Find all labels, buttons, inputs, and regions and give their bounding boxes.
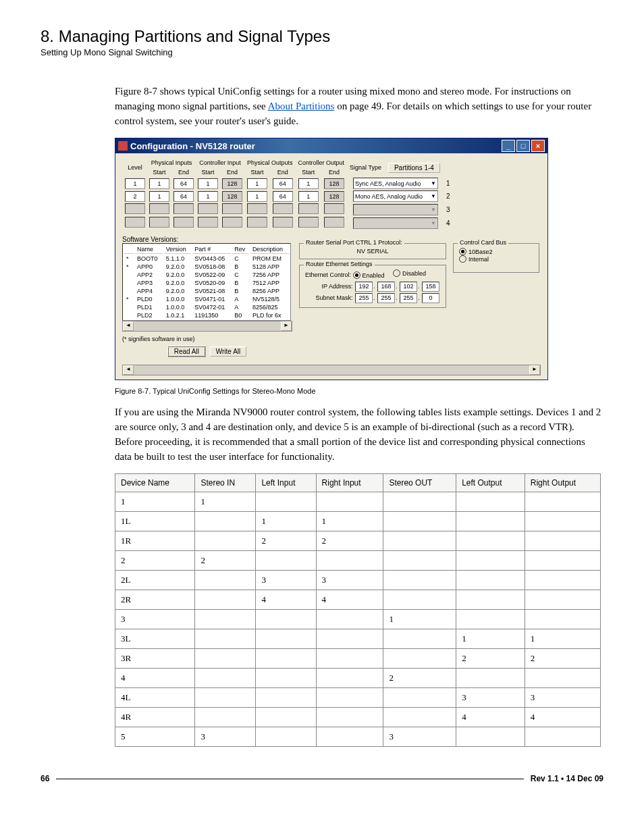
dev-cell: 1 xyxy=(195,492,256,512)
signal-type-select[interactable]: ▼ xyxy=(353,204,438,215)
signal-type-select[interactable]: Mono AES, Analog Audio▼ xyxy=(353,190,438,202)
cos-input[interactable]: 1 xyxy=(298,178,319,189)
sv-cell: 5128 APP xyxy=(250,263,289,270)
dev-cell xyxy=(316,629,383,649)
scroll-left-icon[interactable]: ◄ xyxy=(123,365,134,375)
poe-input[interactable] xyxy=(273,203,293,214)
write-all-button[interactable]: Write All xyxy=(210,346,247,357)
cis-input[interactable] xyxy=(198,217,218,228)
minimize-button[interactable]: _ xyxy=(502,140,515,152)
signal-type-select[interactable]: ▼ xyxy=(353,217,438,229)
ip-3[interactable]: 102 xyxy=(400,282,417,292)
ip-1[interactable]: 192 xyxy=(355,282,373,292)
close-button[interactable]: × xyxy=(531,140,545,152)
scroll-right-icon[interactable]: ► xyxy=(529,365,540,375)
coe-input[interactable]: 128 xyxy=(324,178,344,189)
pos-input[interactable] xyxy=(247,203,267,214)
cos-input[interactable]: 1 xyxy=(298,191,319,202)
mask-label: Subnet Mask: xyxy=(315,294,352,301)
dev-cell xyxy=(383,531,456,551)
ccb-10base2-radio[interactable]: 10Base2 xyxy=(459,248,493,255)
pie-input[interactable] xyxy=(173,217,194,228)
cie-input[interactable] xyxy=(222,203,242,214)
dev-cell: 3 xyxy=(456,688,525,708)
level-input[interactable]: 2 xyxy=(125,191,145,202)
sv-header: Name xyxy=(135,245,163,254)
sv-cell: B xyxy=(232,288,249,294)
pos-input[interactable]: 1 xyxy=(247,178,267,189)
sv-cell: SV0521-08 xyxy=(192,288,231,294)
sv-cell: APP2 xyxy=(135,271,163,278)
col-sigtype: Signal Type xyxy=(348,159,383,176)
maximize-button[interactable]: □ xyxy=(516,140,530,152)
dev-header: Right Input xyxy=(316,474,383,492)
read-all-button[interactable]: Read All xyxy=(168,346,205,357)
sv-cell xyxy=(124,280,134,286)
level-input[interactable] xyxy=(125,203,145,214)
pis-input[interactable]: 1 xyxy=(149,191,169,202)
coe-input[interactable] xyxy=(324,203,344,214)
level-input[interactable] xyxy=(125,217,145,228)
cie-input[interactable]: 128 xyxy=(222,191,242,202)
sv-cell: B xyxy=(232,263,249,270)
pis-input[interactable] xyxy=(149,217,169,228)
serial-protocol-group: Router Serial Port CTRL 1 Protocol: NV S… xyxy=(299,243,446,259)
cis-input[interactable] xyxy=(198,203,218,214)
scroll-right-icon[interactable]: ► xyxy=(281,321,292,331)
cis-input[interactable]: 1 xyxy=(198,191,218,202)
mask-4[interactable]: 0 xyxy=(422,293,439,303)
ip-2[interactable]: 168 xyxy=(377,282,395,292)
mask-1[interactable]: 255 xyxy=(355,293,373,303)
coe-input[interactable] xyxy=(324,217,344,228)
cos-input[interactable] xyxy=(298,217,319,228)
sv-cell xyxy=(124,312,134,319)
eth-enabled-radio[interactable]: Enabled xyxy=(353,271,385,279)
dev-header: Stereo IN xyxy=(195,474,256,492)
dev-cell: 1 xyxy=(525,629,600,649)
signal-type-select[interactable]: Sync AES, Analog Audio▼ xyxy=(353,178,438,189)
about-partitions-link[interactable]: About Partitions xyxy=(268,101,335,111)
cie-input[interactable]: 128 xyxy=(222,178,242,189)
pie-input[interactable] xyxy=(173,203,194,214)
sv-scrollbar[interactable]: ◄ ► xyxy=(122,321,292,332)
cis-input[interactable]: 1 xyxy=(198,178,218,189)
pis-input[interactable]: 1 xyxy=(149,178,169,189)
sv-cell: 8256 APP xyxy=(250,288,289,294)
mask-3[interactable]: 255 xyxy=(400,293,417,303)
dev-cell xyxy=(195,669,256,688)
pie-input[interactable]: 64 xyxy=(173,178,194,189)
sv-cell: BOOT0 xyxy=(135,255,163,262)
dev-cell xyxy=(195,688,256,708)
pis-input[interactable] xyxy=(149,203,169,214)
dev-cell: 2R xyxy=(115,590,195,610)
pos-input[interactable]: 1 xyxy=(247,191,267,202)
dev-cell: 1 xyxy=(256,512,316,531)
eth-disabled-radio[interactable]: Disabled xyxy=(393,269,426,277)
pie-input[interactable]: 64 xyxy=(173,191,194,202)
dev-cell: 4 xyxy=(115,669,195,688)
coe-input[interactable]: 128 xyxy=(324,191,344,202)
cie-input[interactable] xyxy=(222,217,242,228)
dev-cell: 1 xyxy=(115,492,195,512)
poe-input[interactable]: 64 xyxy=(273,191,293,202)
ethernet-group: Router Ethernet Settings Ethernet Contro… xyxy=(299,265,446,308)
poe-input[interactable] xyxy=(273,217,293,228)
dev-cell: 3 xyxy=(383,727,456,747)
dev-cell xyxy=(456,492,525,512)
sv-cell: A xyxy=(232,296,249,303)
sv-header: Part # xyxy=(192,245,231,254)
dev-cell: 1 xyxy=(316,512,383,531)
cos-input[interactable] xyxy=(298,203,319,214)
pos-input[interactable] xyxy=(247,217,267,228)
dev-cell xyxy=(456,727,525,747)
ccb-internal-radio[interactable]: Internal xyxy=(459,255,489,263)
paragraph-2: If you are using the Miranda NV9000 rout… xyxy=(115,405,603,464)
dev-cell xyxy=(195,629,256,649)
scroll-left-icon[interactable]: ◄ xyxy=(123,321,134,331)
level-input[interactable]: 1 xyxy=(125,178,145,189)
partitions-button[interactable]: Partitions 1-4 xyxy=(388,163,440,173)
mask-2[interactable]: 255 xyxy=(377,293,395,303)
poe-input[interactable]: 64 xyxy=(273,178,293,189)
window-scrollbar[interactable]: ◄ ► xyxy=(122,365,541,375)
ip-4[interactable]: 158 xyxy=(422,282,439,292)
